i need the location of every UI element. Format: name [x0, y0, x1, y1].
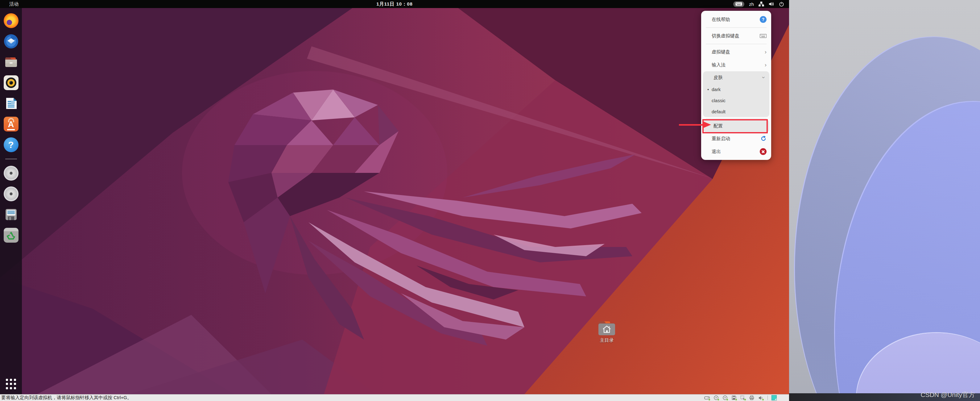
skin-group: 皮肤 › • dark classic default: [703, 71, 769, 117]
menu-item-skin-dark[interactable]: • dark: [703, 84, 769, 95]
hard-disk-icon[interactable]: [704, 395, 710, 400]
desktop-home-launcher[interactable]: 主目录: [591, 320, 622, 343]
device-active-dot: [735, 399, 737, 401]
sound-device-icon[interactable]: [757, 395, 764, 400]
show-applications-button[interactable]: [6, 379, 16, 389]
recycle-symbol-icon: [6, 231, 16, 241]
files-icon: [4, 54, 19, 69]
keyboard-indicator[interactable]: [733, 1, 745, 7]
ubuntu-software-icon: A: [4, 117, 19, 131]
libreoffice-writer-icon: [4, 96, 19, 111]
device-separator: [767, 395, 768, 400]
menu-item-skin-default[interactable]: default: [703, 106, 769, 117]
vmware-status-bar: 要将输入定向到该虚拟机，请将鼠标指针移入其中或按 Ctrl+G。: [0, 394, 789, 401]
dock-separator: [5, 159, 17, 159]
power-icon[interactable]: [779, 2, 784, 7]
dock-item-trash[interactable]: [4, 228, 19, 243]
chevron-down-icon: ›: [760, 77, 767, 78]
dock-item-help[interactable]: ?: [4, 137, 19, 152]
software-letter: A: [7, 120, 15, 130]
chevron-right-icon: ›: [765, 48, 767, 55]
annotation-arrow-line: [679, 124, 703, 126]
device-active-dot: [708, 399, 710, 401]
help-circle-icon: ?: [760, 16, 767, 23]
printer-icon[interactable]: [749, 395, 755, 400]
ubuntu-desktop: 活动 1月11日 10：08 zh: [0, 0, 789, 394]
vmware-device-icons: [704, 395, 777, 400]
menu-label: 在线帮助: [712, 17, 760, 22]
system-tray[interactable]: zh: [733, 0, 784, 8]
menu-label: classic: [712, 98, 765, 103]
menu-item-virtual-keyboard[interactable]: 虚拟键盘 ›: [701, 45, 771, 58]
menu-item-skin[interactable]: 皮肤 ›: [703, 71, 769, 84]
dock-item-cd-drive-2[interactable]: [4, 187, 19, 201]
menu-label: 切换虚拟键盘: [712, 33, 760, 39]
menu-label: 皮肤: [713, 75, 763, 81]
dock-item-cd-drive-1[interactable]: [4, 166, 19, 181]
menu-item-restart[interactable]: 重新启动: [701, 132, 771, 145]
cd-disc-icon: [4, 187, 19, 201]
menu-item-exit[interactable]: 退出: [701, 145, 771, 158]
annotation-arrow-head: [703, 121, 711, 128]
help-icon: ?: [4, 137, 19, 152]
menu-item-toggle-virtual-keyboard[interactable]: 切换虚拟键盘: [701, 29, 771, 43]
quit-icon: [760, 148, 767, 155]
dock-item-floppy-drive[interactable]: [4, 207, 19, 222]
dock-item-firefox[interactable]: [4, 13, 19, 28]
activities-button[interactable]: 活动: [9, 1, 19, 7]
dock-item-libreoffice-writer[interactable]: [4, 96, 19, 111]
wallpaper-art: [0, 0, 789, 394]
home-label: 主目录: [591, 337, 622, 343]
menu-item-online-help[interactable]: 在线帮助 ?: [701, 13, 771, 26]
gnome-top-bar: 活动 1月11日 10：08 zh: [0, 0, 789, 8]
home-folder-icon: [598, 320, 616, 336]
cd-rom-icon[interactable]: [713, 395, 719, 400]
dock-item-thunderbird[interactable]: [4, 34, 19, 49]
menu-label: 重新启动: [712, 136, 760, 142]
dock-item-files[interactable]: [4, 54, 19, 69]
device-active-dot: [762, 399, 764, 401]
keyboard-icon: [760, 34, 767, 38]
cd-disc-icon: [4, 166, 19, 181]
device-active-dot: [717, 399, 719, 401]
firefox-icon: [4, 13, 19, 28]
keyboard-icon: [735, 2, 742, 6]
fcitx-menu: 在线帮助 ? 切换虚拟键盘: [701, 11, 771, 160]
dock-item-rhythmbox[interactable]: [4, 75, 19, 90]
floppy-icon: [4, 207, 19, 222]
menu-label: 虚拟键盘: [712, 49, 765, 55]
thunderbird-icon: [4, 34, 19, 49]
input-method-badge[interactable]: zh: [749, 2, 754, 7]
menu-separator: [706, 44, 767, 44]
vmware-hint-text: 要将输入定向到该虚拟机，请将鼠标指针移入其中或按 Ctrl+G。: [1, 395, 132, 401]
trash-icon: [4, 228, 19, 243]
dock-item-ubuntu-software[interactable]: A: [4, 117, 19, 131]
volume-icon[interactable]: [769, 2, 774, 6]
menu-label: 退出: [712, 149, 760, 155]
menu-label: 输入法: [712, 62, 765, 68]
refresh-icon: [760, 136, 767, 142]
menu-label: dark: [712, 87, 765, 92]
csdn-watermark: CSDN @Unity官方: [921, 390, 975, 399]
jellyfish-wallpaper: [0, 0, 789, 394]
vmware-guest-window: 活动 1月11日 10：08 zh: [0, 0, 789, 401]
message-log-icon[interactable]: [772, 395, 777, 400]
chevron-right-icon: ›: [765, 61, 767, 68]
floppy-device-icon[interactable]: [731, 395, 737, 400]
clock-menu[interactable]: 1月11日 10：08: [376, 1, 413, 7]
menu-label: 配置: [713, 123, 765, 129]
menu-item-input-method[interactable]: 输入法 ›: [701, 58, 771, 71]
usb-device-icon[interactable]: [740, 395, 746, 400]
selected-bullet-icon: •: [707, 87, 709, 92]
cd-rom-icon[interactable]: [722, 395, 728, 400]
menu-item-skin-classic[interactable]: classic: [703, 95, 769, 106]
question-glyph: ?: [8, 139, 14, 150]
rhythmbox-icon: [4, 75, 19, 90]
dock: A ?: [0, 8, 22, 394]
wired-network-icon[interactable]: [759, 2, 764, 6]
device-active-dot: [726, 399, 728, 401]
menu-item-configure[interactable]: 配置: [703, 120, 769, 132]
host-desktop-strip: CSDN @Unity官方: [789, 0, 980, 401]
screenshot-root: 活动 1月11日 10：08 zh: [0, 0, 980, 401]
menu-label: default: [712, 109, 765, 114]
